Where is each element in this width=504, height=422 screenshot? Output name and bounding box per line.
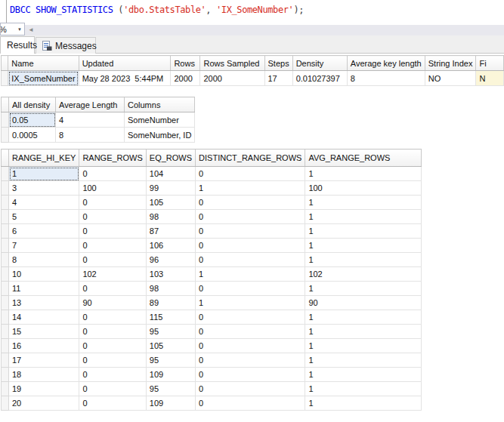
table-cell[interactable]: 2000 bbox=[171, 71, 200, 86]
grid-corner-header[interactable] bbox=[2, 56, 8, 71]
table-cell[interactable]: 7 bbox=[9, 239, 79, 253]
table-cell[interactable]: 96 bbox=[146, 253, 195, 267]
tab-results[interactable]: Results bbox=[0, 36, 35, 54]
table-cell[interactable]: 0 bbox=[196, 325, 305, 339]
column-header[interactable]: Steps bbox=[264, 56, 292, 71]
table-cell[interactable]: 3 bbox=[9, 181, 79, 196]
table-cell[interactable]: N bbox=[476, 71, 504, 86]
table-cell[interactable]: 0.01027397 bbox=[292, 71, 347, 86]
table-cell[interactable]: 102 bbox=[79, 267, 146, 282]
table-cell[interactable]: IX_SomeNumber bbox=[8, 71, 79, 86]
column-header[interactable]: RANGE_HI_KEY bbox=[9, 149, 79, 167]
table-cell[interactable]: 87 bbox=[146, 224, 195, 239]
table-cell[interactable]: 16 bbox=[9, 339, 79, 353]
table-cell[interactable]: 0 bbox=[196, 196, 305, 210]
table-cell[interactable]: 4 bbox=[56, 112, 125, 128]
table-cell[interactable]: 11 bbox=[9, 282, 79, 296]
column-header[interactable]: Rows Sampled bbox=[200, 56, 264, 71]
table-cell[interactable]: SomeNumber, ID bbox=[125, 128, 195, 143]
row-header[interactable] bbox=[2, 310, 9, 325]
tab-messages[interactable]: Messages bbox=[36, 37, 96, 54]
table-cell[interactable]: 15 bbox=[9, 325, 79, 339]
table-cell[interactable]: 1 bbox=[305, 239, 422, 253]
table-cell[interactable]: 0 bbox=[79, 253, 146, 267]
row-header[interactable] bbox=[2, 112, 9, 128]
table-cell[interactable]: 95 bbox=[146, 325, 195, 339]
table-cell[interactable]: 10 bbox=[9, 267, 79, 282]
row-header[interactable] bbox=[2, 296, 9, 310]
column-header[interactable]: Updated bbox=[79, 56, 171, 71]
table-cell[interactable]: 106 bbox=[146, 239, 195, 253]
table-cell[interactable]: 17 bbox=[264, 71, 292, 86]
table-cell[interactable]: 95 bbox=[146, 353, 195, 368]
table-cell[interactable]: 1 bbox=[305, 224, 422, 239]
table-cell[interactable]: 14 bbox=[9, 310, 79, 325]
table-cell[interactable]: 1 bbox=[305, 167, 422, 181]
table-cell[interactable]: 5 bbox=[9, 210, 79, 224]
row-header[interactable] bbox=[2, 128, 9, 143]
query-editor[interactable]: DBCC SHOW_STATISTICS ('dbo.StatsTable', … bbox=[0, 0, 504, 25]
table-cell[interactable]: 2000 bbox=[200, 71, 264, 86]
column-header[interactable]: Fi bbox=[476, 56, 504, 71]
table-cell[interactable]: 20 bbox=[9, 396, 79, 411]
table-cell[interactable]: 103 bbox=[146, 267, 195, 282]
table-cell[interactable]: 1 bbox=[305, 396, 422, 411]
table-cell[interactable]: 1 bbox=[305, 282, 422, 296]
table-cell[interactable]: 1 bbox=[305, 310, 422, 325]
table-cell[interactable]: 0 bbox=[79, 167, 146, 181]
table-cell[interactable]: 0 bbox=[196, 167, 305, 181]
table-cell[interactable]: 13 bbox=[9, 296, 79, 310]
table-cell[interactable]: 0 bbox=[196, 382, 305, 396]
table-cell[interactable]: 109 bbox=[146, 396, 195, 411]
table-cell[interactable]: 0 bbox=[196, 239, 305, 253]
row-header[interactable] bbox=[2, 368, 9, 382]
table-cell[interactable]: 95 bbox=[146, 382, 195, 396]
table-cell[interactable]: 105 bbox=[146, 339, 195, 353]
table-cell[interactable]: 0 bbox=[79, 310, 146, 325]
row-header[interactable] bbox=[2, 196, 9, 210]
scroll-left-icon[interactable]: ◄ bbox=[28, 26, 34, 34]
column-header[interactable]: DISTINCT_RANGE_ROWS bbox=[196, 149, 305, 167]
table-cell[interactable]: 1 bbox=[305, 210, 422, 224]
table-cell[interactable]: 0 bbox=[79, 339, 146, 353]
column-header[interactable]: Average Length bbox=[56, 97, 125, 112]
table-cell[interactable]: 0 bbox=[79, 224, 146, 239]
table-cell[interactable]: 0 bbox=[79, 239, 146, 253]
table-cell[interactable]: 98 bbox=[146, 210, 195, 224]
table-cell[interactable]: 90 bbox=[79, 296, 146, 310]
table-cell[interactable]: 1 bbox=[305, 382, 422, 396]
row-header[interactable] bbox=[2, 167, 9, 181]
grid-corner-header[interactable] bbox=[2, 149, 9, 167]
column-header[interactable]: AVG_RANGE_ROWS bbox=[305, 149, 422, 167]
table-cell[interactable]: 0.05 bbox=[9, 112, 56, 128]
row-header[interactable] bbox=[2, 71, 8, 86]
table-cell[interactable]: 115 bbox=[146, 310, 195, 325]
row-header[interactable] bbox=[2, 253, 9, 267]
table-cell[interactable]: 0 bbox=[79, 196, 146, 210]
table-cell[interactable]: May 28 2023 5:44PM bbox=[79, 71, 171, 86]
table-cell[interactable]: 0 bbox=[196, 310, 305, 325]
row-header[interactable] bbox=[2, 181, 9, 196]
table-cell[interactable]: 1 bbox=[196, 296, 305, 310]
table-cell[interactable]: 19 bbox=[9, 382, 79, 396]
table-cell[interactable]: NO bbox=[425, 71, 476, 86]
table-cell[interactable]: 17 bbox=[9, 353, 79, 368]
row-header[interactable] bbox=[2, 210, 9, 224]
table-cell[interactable]: 104 bbox=[146, 167, 195, 181]
table-cell[interactable]: 100 bbox=[305, 181, 422, 196]
row-header[interactable] bbox=[2, 267, 9, 282]
table-cell[interactable]: 1 bbox=[305, 325, 422, 339]
query-text[interactable]: DBCC SHOW_STATISTICS ('dbo.StatsTable', … bbox=[10, 5, 304, 15]
column-header[interactable]: Rows bbox=[171, 56, 200, 71]
table-cell[interactable]: 0 bbox=[79, 353, 146, 368]
table-cell[interactable]: 4 bbox=[9, 196, 79, 210]
table-cell[interactable]: 105 bbox=[146, 196, 195, 210]
column-header[interactable]: All density bbox=[9, 97, 56, 112]
table-cell[interactable]: 8 bbox=[9, 253, 79, 267]
table-cell[interactable]: 1 bbox=[305, 368, 422, 382]
table-cell[interactable]: 1 bbox=[196, 181, 305, 196]
table-cell[interactable]: 0 bbox=[196, 368, 305, 382]
row-header[interactable] bbox=[2, 239, 9, 253]
column-header[interactable]: Columns bbox=[125, 97, 195, 112]
table-cell[interactable]: 0 bbox=[79, 282, 146, 296]
